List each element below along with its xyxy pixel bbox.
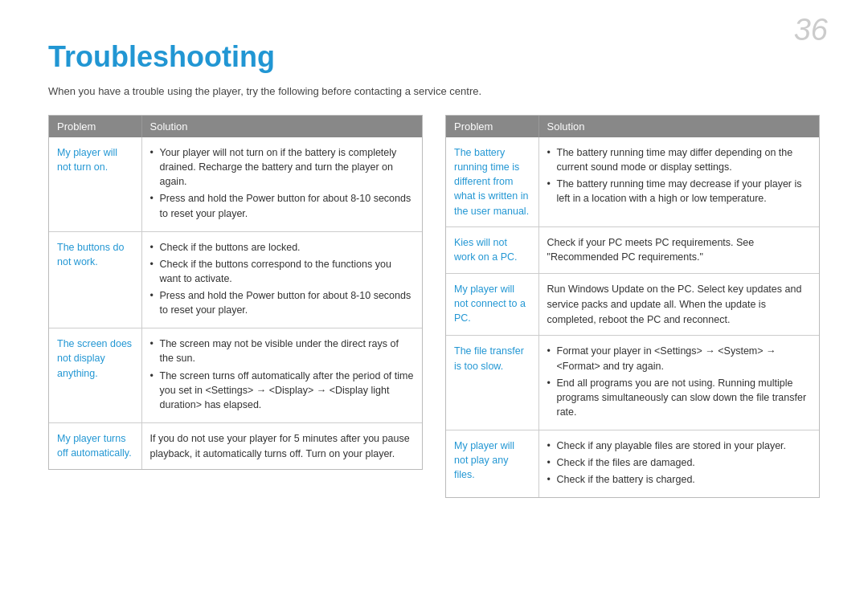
right-table-problem-header: Problem — [446, 116, 538, 137]
solution-cell: The battery running time may differ depe… — [538, 137, 819, 226]
solution-cell: Run Windows Update on the PC. Select key… — [538, 274, 819, 336]
solution-item: Press and hold the Power button for abou… — [150, 191, 415, 220]
solution-cell: Your player will not turn on if the batt… — [141, 137, 422, 231]
solution-cell: The screen may not be visible under the … — [141, 328, 422, 423]
solution-cell: Check if the buttons are locked.Check if… — [141, 231, 422, 328]
problem-cell: My player will not connect to a PC. — [446, 274, 538, 336]
left-table-problem-header: Problem — [49, 116, 141, 137]
problem-cell: My player will not turn on. — [49, 137, 141, 231]
table-row: The buttons do not work.Check if the but… — [49, 231, 422, 328]
table-row: My player will not connect to a PC.Run W… — [446, 274, 819, 336]
right-table-solution-header: Solution — [538, 116, 819, 137]
solution-item: Format your player in <Settings> → <Syst… — [547, 344, 812, 373]
problem-cell: The buttons do not work. — [49, 231, 141, 328]
solution-item: The screen turns off automatically after… — [150, 369, 415, 412]
solution-item: Check if the buttons are locked. — [150, 240, 415, 255]
solution-item: The battery running time may decrease if… — [547, 177, 812, 206]
right-table: Problem Solution The battery running tim… — [445, 115, 820, 498]
problem-cell: Kies will not work on a PC. — [446, 226, 538, 274]
solution-cell: Check if your PC meets PC requirements. … — [538, 226, 819, 274]
table-row: Kies will not work on a PC.Check if your… — [446, 226, 819, 274]
problem-cell: My player will not play any files. — [446, 430, 538, 498]
solution-item: End all programs you are not using. Runn… — [547, 376, 812, 419]
solution-item: Check if the files are damaged. — [547, 455, 812, 470]
table-row: The file transfer is too slow.Format you… — [446, 336, 819, 430]
solution-cell: If you do not use your player for 5 minu… — [141, 422, 422, 469]
table-row: The battery running time is different fr… — [446, 137, 819, 226]
table-row: My player turns off automatically.If you… — [49, 422, 422, 469]
solution-item: Your player will not turn on if the batt… — [150, 145, 415, 189]
problem-cell: My player turns off automatically. — [49, 422, 141, 469]
left-table: Problem Solution My player will not turn… — [48, 115, 423, 470]
solution-item: The battery running time may differ depe… — [547, 145, 812, 174]
tables-wrapper: Problem Solution My player will not turn… — [48, 115, 820, 498]
table-row: My player will not turn on.Your player w… — [49, 137, 422, 231]
problem-cell: The battery running time is different fr… — [446, 137, 538, 226]
problem-cell: The file transfer is too slow. — [446, 336, 538, 430]
solution-item: Check if the buttons correspond to the f… — [150, 257, 415, 286]
table-row: My player will not play any files.Check … — [446, 430, 819, 498]
left-table-solution-header: Solution — [141, 116, 422, 137]
page-number: 36 — [794, 14, 828, 45]
solution-cell: Check if any playable files are stored i… — [538, 430, 819, 498]
solution-cell: Format your player in <Settings> → <Syst… — [538, 336, 819, 430]
solution-item: Press and hold the Power button for abou… — [150, 288, 415, 317]
solution-item: Check if the battery is charged. — [547, 472, 812, 487]
table-row: The screen does not display anything.The… — [49, 328, 422, 423]
intro-text: When you have a trouble using the player… — [48, 85, 820, 97]
solution-item: Check if any playable files are stored i… — [547, 439, 812, 453]
solution-item: The screen may not be visible under the … — [150, 337, 415, 365]
problem-cell: The screen does not display anything. — [49, 328, 141, 423]
page-title: Troubleshooting — [48, 40, 820, 74]
